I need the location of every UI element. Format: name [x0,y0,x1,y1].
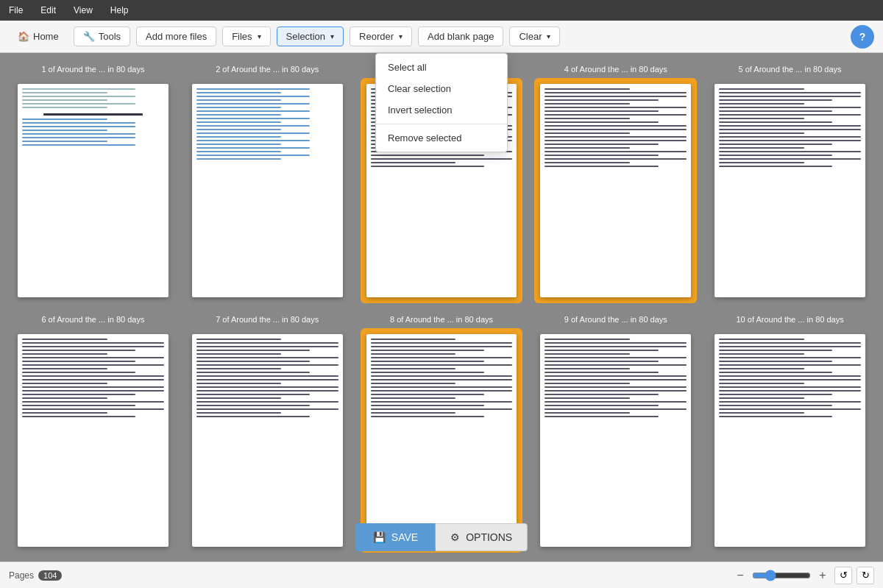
thumb-content [714,334,865,548]
selection-label: Selection [286,31,325,42]
page-thumb-wrapper [534,328,697,553]
menubar: File Edit View Help [0,0,883,21]
page-thumbnail [540,334,691,548]
page-label: 5 of Around the ... in 80 days [739,65,842,74]
tools-label: Tools [99,31,121,42]
page-label: 1 of Around the ... in 80 days [41,65,144,74]
bottom-bar: Pages 104 − + ↺ ↻ [0,562,883,588]
zoom-out-button[interactable]: − [733,568,748,583]
pages-count-badge: 104 [38,570,62,581]
thumb-content [714,84,865,297]
options-label: OPTIONS [466,531,512,543]
clear-label: Clear [519,31,542,42]
select-all-item[interactable]: Select all [376,57,507,78]
toolbar: 🏠 Home 🔧 Tools Add more files Files ▾ Se… [0,21,883,53]
dropdown-divider [376,124,507,124]
page-thumb-wrapper [186,328,349,553]
clear-selection-item[interactable]: Clear selection [376,78,507,99]
reorder-button[interactable]: Reorder ▾ [350,26,412,46]
page-thumb-wrapper [709,78,871,303]
reorder-arrow-icon: ▾ [399,32,403,40]
page-label: 10 of Around the ... in 80 days [737,315,844,324]
save-icon: 💾 [373,531,386,543]
bottom-actions: 💾 SAVE ⚙ OPTIONS [355,523,528,551]
thumb-content [18,84,169,297]
page-item[interactable]: 8 of Around the ... in 80 days [361,315,523,553]
invert-selection-item[interactable]: Invert selection [376,99,507,121]
page-thumb-wrapper [12,78,174,303]
home-label: Home [33,31,59,42]
files-label: Files [232,31,252,42]
remove-selected-item[interactable]: Remove selected [376,127,507,149]
page-label: 6 of Around the ... in 80 days [41,315,144,324]
page-thumb-wrapper [12,328,174,553]
files-arrow-icon: ▾ [258,32,261,40]
page-item[interactable]: 1 of Around the ... in 80 days [12,65,174,303]
page-thumbnail [366,334,517,548]
page-item[interactable]: 7 of Around the ... in 80 days [186,315,349,553]
pages-label: Pages [9,570,34,581]
page-item[interactable]: 9 of Around the ... in 80 days [534,315,697,553]
page-thumbnail [192,334,343,548]
home-icon: 🏠 [18,31,29,42]
page-label: 7 of Around the ... in 80 days [216,315,319,324]
page-thumb-wrapper [709,328,871,553]
tools-icon: 🔧 [83,31,95,42]
reorder-label: Reorder [359,31,394,42]
save-label: SAVE [391,531,418,543]
page-item[interactable]: 2 of Around the ... in 80 days [186,65,349,303]
add-files-button[interactable]: Add more files [136,26,216,46]
clear-button[interactable]: Clear ▾ [509,26,560,46]
clear-arrow-icon: ▾ [547,32,550,40]
help-button[interactable]: ? [851,25,874,49]
add-blank-button[interactable]: Add blank page [418,26,503,46]
page-thumb-wrapper [186,78,349,303]
rotate-right-button[interactable]: ↻ [857,567,874,584]
save-button[interactable]: 💾 SAVE [355,523,436,551]
page-thumbnail [714,334,865,548]
selection-arrow-icon: ▾ [330,32,334,40]
tools-button[interactable]: 🔧 Tools [74,26,130,46]
files-button[interactable]: Files ▾ [222,26,270,46]
menu-edit[interactable]: Edit [38,4,59,17]
thumb-content [18,334,169,548]
page-thumbnail [18,84,169,297]
rotate-left-button[interactable]: ↺ [834,567,852,584]
thumb-content [192,334,343,548]
page-label: 9 of Around the ... in 80 days [564,315,667,324]
pages-info: Pages 104 [9,570,62,581]
page-thumbnail [18,334,169,548]
menu-help[interactable]: Help [107,4,132,17]
page-thumbnail [192,84,343,297]
home-button[interactable]: 🏠 Home [9,27,68,46]
page-item[interactable]: 6 of Around the ... in 80 days [12,315,174,553]
options-button[interactable]: ⚙ OPTIONS [436,523,528,551]
selection-button[interactable]: Selection ▾ [277,26,344,46]
menu-file[interactable]: File [6,4,26,17]
selection-dropdown: Select all Clear selection Invert select… [375,53,508,152]
thumb-content [192,84,343,297]
menu-view[interactable]: View [71,4,96,17]
page-item[interactable]: 5 of Around the ... in 80 days [709,65,871,303]
page-item[interactable]: 10 of Around the ... in 80 days [709,315,871,553]
thumb-content [540,334,691,548]
page-label: 2 of Around the ... in 80 days [216,65,319,74]
thumb-content [366,334,517,548]
zoom-in-button[interactable]: + [815,568,830,583]
page-thumb-wrapper [361,328,523,553]
add-blank-label: Add blank page [428,31,494,42]
zoom-controls: − + ↺ ↻ [733,567,874,584]
add-files-label: Add more files [146,31,207,42]
options-icon: ⚙ [450,531,460,543]
thumb-content [540,84,691,297]
page-label: 4 of Around the ... in 80 days [564,65,667,74]
page-thumbnail [714,84,865,297]
zoom-slider[interactable] [752,570,811,581]
page-thumbnail [540,84,691,297]
page-thumb-wrapper [534,78,697,303]
page-label: 8 of Around the ... in 80 days [390,315,493,324]
page-item[interactable]: 4 of Around the ... in 80 days [534,65,697,303]
